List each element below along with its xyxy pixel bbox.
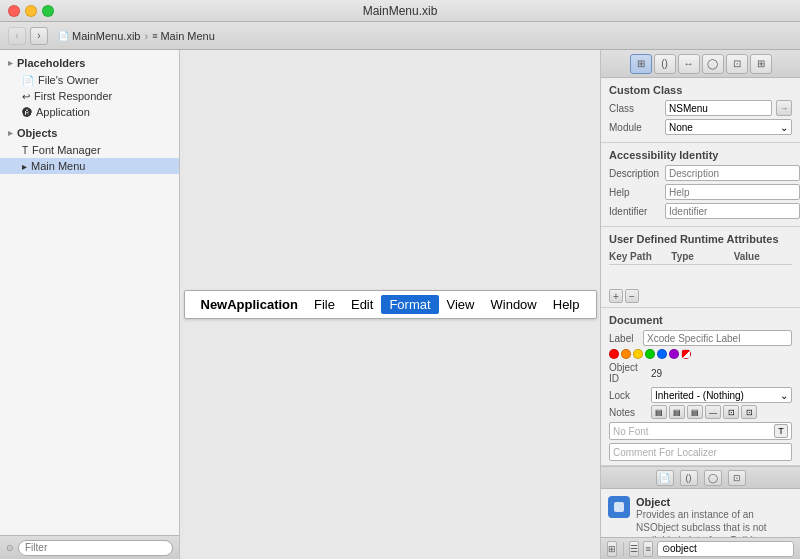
lib-tab-objects[interactable]: 📄 xyxy=(656,470,674,486)
menu-item-view[interactable]: View xyxy=(439,295,483,314)
lock-label: Lock xyxy=(609,390,649,401)
description-input[interactable] xyxy=(665,165,800,181)
sidebar-item-application[interactable]: 🅐 Application xyxy=(0,104,179,120)
document-section: Document Label Object ID 29 Lock xyxy=(601,308,800,466)
accessibility-section: Accessibility Identity Description Help … xyxy=(601,143,800,227)
first-responder-icon: ↩ xyxy=(22,91,30,102)
notes-btn-dash[interactable]: — xyxy=(705,405,721,419)
color-dot-4[interactable] xyxy=(645,349,655,359)
color-dot-6[interactable] xyxy=(669,349,679,359)
menu-item-edit[interactable]: Edit xyxy=(343,295,381,314)
placeholders-section-header: ▸ Placeholders xyxy=(0,54,179,72)
notes-btn-1[interactable]: ▤ xyxy=(651,405,667,419)
sidebar-item-files-owner[interactable]: 📄 File's Owner xyxy=(0,72,179,88)
doc-label-row: Label xyxy=(609,330,792,346)
tab-effects[interactable]: ⊞ xyxy=(750,54,772,74)
class-action-button[interactable]: → xyxy=(776,100,792,116)
lock-dropdown-icon: ⌄ xyxy=(780,390,788,401)
document-title: Document xyxy=(609,314,792,326)
menu-item-help[interactable]: Help xyxy=(545,295,588,314)
object-text: Object Provides an instance of an NSObje… xyxy=(636,496,793,537)
list-view-button[interactable]: ☰ xyxy=(629,541,639,557)
menu-item-file[interactable]: File xyxy=(306,295,343,314)
comment-field[interactable]: Comment For Localizer xyxy=(609,443,792,461)
files-owner-label: File's Owner xyxy=(38,74,99,86)
sidebar-item-main-menu[interactable]: ▸ Main Menu xyxy=(0,158,179,174)
library-items: Object Provides an instance of an NSObje… xyxy=(601,489,800,537)
lock-select[interactable]: Inherited - (Nothing) ⌄ xyxy=(651,387,792,403)
font-size-btn[interactable]: T xyxy=(774,424,788,438)
grid-view-button[interactable]: ⊞ xyxy=(607,541,617,557)
col-keypath: Key Path xyxy=(609,251,667,262)
menu-item-window[interactable]: Window xyxy=(483,295,545,314)
menu-bar-preview: NewApplication File Edit Format View Win… xyxy=(184,290,597,319)
sidebar-item-font-manager[interactable]: T Font Manager xyxy=(0,142,179,158)
color-dot-x[interactable] xyxy=(681,349,691,359)
remove-attribute-button[interactable]: − xyxy=(625,289,639,303)
detail-view-button[interactable]: ≡ xyxy=(643,541,653,557)
back-button[interactable]: ‹ xyxy=(8,27,26,45)
library-search-input[interactable] xyxy=(657,541,794,557)
lib-tab-controllers[interactable]: () xyxy=(680,470,698,486)
color-dot-2[interactable] xyxy=(621,349,631,359)
notes-btn-3[interactable]: ▤ xyxy=(687,405,703,419)
forward-button[interactable]: › xyxy=(30,27,48,45)
main-menu-icon: ▸ xyxy=(22,161,27,172)
objects-label: Objects xyxy=(17,127,57,139)
color-dot-3[interactable] xyxy=(633,349,643,359)
color-dot-5[interactable] xyxy=(657,349,667,359)
user-defined-section: User Defined Runtime Attributes Key Path… xyxy=(601,227,800,308)
module-text: None xyxy=(669,122,693,133)
lib-tab-views[interactable]: ◯ xyxy=(704,470,722,486)
library-section: 📄 () ◯ ⊡ Object Provides an instance of … xyxy=(601,466,800,559)
doc-label-input[interactable] xyxy=(643,330,792,346)
breadcrumb-item-menu[interactable]: ≡ Main Menu xyxy=(152,30,215,42)
left-panel-content: ▸ Placeholders 📄 File's Owner ↩ First Re… xyxy=(0,50,179,535)
files-owner-icon: 📄 xyxy=(22,75,34,86)
class-value[interactable]: NSMenu xyxy=(665,100,772,116)
tab-attributes[interactable]: () xyxy=(654,54,676,74)
user-defined-table-body xyxy=(609,267,792,287)
tab-connections[interactable]: ◯ xyxy=(702,54,724,74)
object-desc: Provides an instance of an NSObject subc… xyxy=(636,508,793,537)
notes-btn-2[interactable]: ▤ xyxy=(669,405,685,419)
help-input[interactable] xyxy=(665,184,800,200)
font-manager-icon: T xyxy=(22,145,28,156)
module-label: Module xyxy=(609,122,661,133)
tab-identity[interactable]: ⊞ xyxy=(630,54,652,74)
object-id-label: Object ID xyxy=(609,362,649,384)
font-manager-label: Font Manager xyxy=(32,144,100,156)
color-dot-1[interactable] xyxy=(609,349,619,359)
menu-app-name[interactable]: NewApplication xyxy=(193,295,307,314)
objects-icon: ▸ xyxy=(8,128,13,138)
center-panel: NewApplication File Edit Format View Win… xyxy=(180,50,600,559)
tab-bindings[interactable]: ⊡ xyxy=(726,54,748,74)
identifier-input[interactable] xyxy=(665,203,800,219)
notes-row: Notes ▤ ▤ ▤ — ⊡ ⊡ xyxy=(609,405,792,419)
filter-input[interactable] xyxy=(18,540,173,556)
custom-class-title: Custom Class xyxy=(609,84,792,96)
doc-label-label: Label xyxy=(609,333,639,344)
application-label: Application xyxy=(36,106,90,118)
application-icon: 🅐 xyxy=(22,107,32,118)
close-button[interactable] xyxy=(8,5,20,17)
first-responder-label: First Responder xyxy=(34,90,112,102)
notes-btn-4[interactable]: ⊡ xyxy=(723,405,739,419)
notes-btn-5[interactable]: ⊡ xyxy=(741,405,757,419)
help-row: Help xyxy=(609,184,792,200)
objects-section-header: ▸ Objects xyxy=(0,124,179,142)
object-id-value: 29 xyxy=(651,368,662,379)
menu-item-format[interactable]: Format xyxy=(381,295,438,314)
tab-size[interactable]: ↔ xyxy=(678,54,700,74)
sidebar-item-first-responder[interactable]: ↩ First Responder xyxy=(0,88,179,104)
list-item[interactable]: Object Provides an instance of an NSObje… xyxy=(605,493,796,537)
class-row: Class NSMenu → xyxy=(609,100,792,116)
minimize-button[interactable] xyxy=(25,5,37,17)
module-value[interactable]: None ⌄ xyxy=(665,119,792,135)
add-attribute-button[interactable]: + xyxy=(609,289,623,303)
lib-tab-widgets[interactable]: ⊡ xyxy=(728,470,746,486)
doc-colors xyxy=(609,349,792,359)
breadcrumb-item-file[interactable]: 📄 MainMenu.xib xyxy=(58,30,140,42)
filter-icon: ⊙ xyxy=(6,543,14,553)
maximize-button[interactable] xyxy=(42,5,54,17)
